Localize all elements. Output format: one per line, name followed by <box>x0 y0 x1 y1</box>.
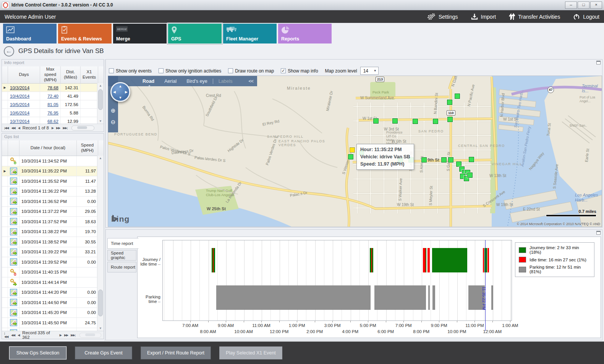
maximize-window-button[interactable]: □ <box>578 2 589 9</box>
gps-row[interactable]: 10/3/2014 11:37:22 PM29.05 <box>2 207 104 217</box>
next-button[interactable]: ▶ <box>60 333 62 337</box>
cell-link[interactable]: 72.40 <box>47 94 58 98</box>
checkbox-show-only-ignition-activities[interactable]: Show only ignition activities <box>159 68 221 74</box>
tab-time-report[interactable]: Time report <box>107 238 139 249</box>
gps-row[interactable]: 10/3/2014 11:38:52 PM30.55 <box>2 237 104 247</box>
first-page-button[interactable]: |◀◀ <box>4 126 8 130</box>
maximize-panel-button[interactable] <box>596 231 601 235</box>
gps-row[interactable]: 10/3/2014 11:45:50 PM24.75 <box>2 318 104 328</box>
gps-marker[interactable] <box>447 117 453 122</box>
gps-row[interactable]: 10/3/2014 11:40:15 PM <box>2 267 104 278</box>
gps-row[interactable]: 10/3/2014 11:36:52 PM0.00 <box>2 196 104 207</box>
tab-fleet[interactable]: Fleet Manager <box>223 24 277 43</box>
tab-events[interactable]: Events & Reviews <box>58 24 112 43</box>
gps-row[interactable]: +10/3/2014 11:34:52 PM <box>2 156 104 166</box>
table-row[interactable]: 10/6/201476.955.88 <box>2 109 104 117</box>
next-fast-button[interactable]: ▶▶ <box>56 126 60 130</box>
create-gps-event-button[interactable]: Create Gps Event <box>75 346 132 359</box>
prev-button[interactable]: ◀ <box>18 126 20 130</box>
checkbox-show-map-info[interactable]: ✓Show map info <box>281 68 318 74</box>
gps-marker[interactable] <box>433 119 438 124</box>
gps-marker[interactable] <box>467 172 473 178</box>
gps-row[interactable]: 10/3/2014 11:37:52 PM18.63 <box>2 217 104 227</box>
gps-row[interactable]: 10/3/2014 11:38:22 PM19.70 <box>2 227 104 237</box>
info-report-scrollbar[interactable]: ▲▼ <box>97 83 104 124</box>
gps-point-icon <box>8 196 19 206</box>
gps-marker[interactable] <box>348 154 353 159</box>
gps-marker[interactable] <box>421 157 427 163</box>
gps-row[interactable]: 10/3/2014 11:36:22 PM13.28 <box>2 187 104 197</box>
tab-dashboard[interactable]: Dashboard <box>3 24 57 43</box>
cell-link[interactable]: 76.95 <box>47 111 58 115</box>
gps-row[interactable]: ▶10/3/2014 11:35:22 PM11.97 <box>2 166 104 177</box>
gps-marker[interactable] <box>441 157 447 163</box>
gps-marker[interactable] <box>392 118 398 124</box>
first-page-button[interactable]: |◀◀ <box>4 332 8 338</box>
export-print-route-report-button[interactable]: Export / Print Route Report <box>141 346 211 359</box>
map-style-aerial[interactable]: Aerial <box>164 79 177 84</box>
cell-link[interactable]: 10/6/2014 <box>10 111 29 115</box>
transfer-button[interactable]: Transfer Activities <box>509 13 560 21</box>
map-style-road[interactable]: Road <box>142 79 154 84</box>
gps-row[interactable]: 10/3/2014 11:39:22 PM33.21 <box>2 247 104 258</box>
gps-marker[interactable] <box>448 157 453 163</box>
minimize-window-button[interactable]: – <box>565 2 577 9</box>
cell-link[interactable]: 81.05 <box>47 102 58 107</box>
horizontal-scrollbar[interactable] <box>79 333 101 338</box>
table-row[interactable]: ▶10/3/201478.68142.31 <box>2 84 104 92</box>
logout-button[interactable]: Logout <box>573 13 599 20</box>
cell-link[interactable]: 10/3/2014 <box>10 85 29 90</box>
checkbox-show-only-events[interactable]: Show only events <box>109 68 152 74</box>
selected-gps-marker[interactable] <box>350 147 355 153</box>
gps-list-scrollbar[interactable]: ▲▼ <box>97 156 104 331</box>
tab-reports[interactable]: Reports <box>278 24 332 43</box>
cell-link[interactable]: 68.62 <box>47 119 58 124</box>
gps-marker[interactable] <box>413 119 418 124</box>
gps-marker[interactable] <box>469 157 474 162</box>
row-marker-cell <box>2 187 8 196</box>
map-canvas[interactable]: MiralesteCrest RdBurma RdSouthfield DrMi… <box>108 76 602 227</box>
back-button[interactable]: ← <box>4 46 14 56</box>
prev-fast-button[interactable]: ◀◀ <box>11 126 15 130</box>
next-fast-button[interactable]: ▶▶ <box>64 333 68 337</box>
maximize-panel-button[interactable] <box>596 61 601 64</box>
gps-row[interactable]: 10/3/2014 11:39:52 PM0.00 <box>2 257 104 267</box>
gps-row[interactable]: 10/3/2014 11:35:52 PM11.47 <box>2 176 104 187</box>
prev-fast-button[interactable]: ◀◀ <box>11 333 15 337</box>
map-zoom-level-select[interactable]: 14▼ <box>360 67 379 75</box>
gps-marker[interactable] <box>447 100 452 105</box>
collapse-map-bar-button[interactable]: << <box>248 79 257 84</box>
map-pan-control[interactable]: ▲ ▼ ◀ ▶ <box>110 82 130 102</box>
show-gps-selection-button[interactable]: Show Gps Selection <box>9 346 66 359</box>
cell-link[interactable]: 78.68 <box>47 85 58 90</box>
horizontal-scrollbar[interactable] <box>71 126 94 130</box>
next-button[interactable]: ▶ <box>52 126 53 130</box>
gps-marker[interactable] <box>456 161 462 167</box>
tab-merge[interactable]: MERGEMerge <box>113 24 167 43</box>
cell-link[interactable]: 10/4/2014 <box>10 94 29 98</box>
tab-route-report[interactable]: Route report <box>107 262 136 272</box>
tab-speed-graphic[interactable]: Speed graphic <box>107 250 136 261</box>
last-page-button[interactable]: ▶▶| <box>71 333 75 337</box>
map-zoom-out-button[interactable]: ⊖ <box>109 119 117 127</box>
prev-button[interactable]: ◀ <box>18 333 19 337</box>
table-row[interactable]: 10/5/201481.05172.56 <box>2 100 104 109</box>
map-zoom-in-button[interactable]: ⊕ <box>109 107 117 116</box>
gps-row[interactable]: 10/3/2014 11:44:50 PM0.00 <box>2 298 104 308</box>
gps-row[interactable]: 10/3/2014 11:45:20 PM0.00 <box>2 308 104 318</box>
gps-marker[interactable] <box>455 93 460 99</box>
gps-marker[interactable] <box>373 118 379 124</box>
tab-gps[interactable]: GPS <box>168 24 222 43</box>
last-page-button[interactable]: ▶▶| <box>63 126 67 130</box>
gps-row[interactable]: 10/3/2014 11:44:14 PM <box>2 277 104 288</box>
cell-link[interactable]: 10/7/2014 <box>10 119 29 124</box>
cell-link[interactable]: 10/5/2014 <box>10 102 29 107</box>
close-window-button[interactable]: × <box>590 2 602 9</box>
import-button[interactable]: Import <box>471 13 496 20</box>
table-row[interactable]: 10/4/201472.4041.49 <box>2 92 104 100</box>
settings-button[interactable]: Settings <box>427 13 458 20</box>
checkbox-draw-route-on-map[interactable]: Draw route on map <box>228 68 274 74</box>
map-style-bird-s-eye[interactable]: Bird's eye <box>186 79 207 84</box>
gps-row[interactable]: 10/3/2014 11:44:20 PM0.00 <box>2 288 104 298</box>
column-header: Speed (MPH) <box>77 140 98 156</box>
